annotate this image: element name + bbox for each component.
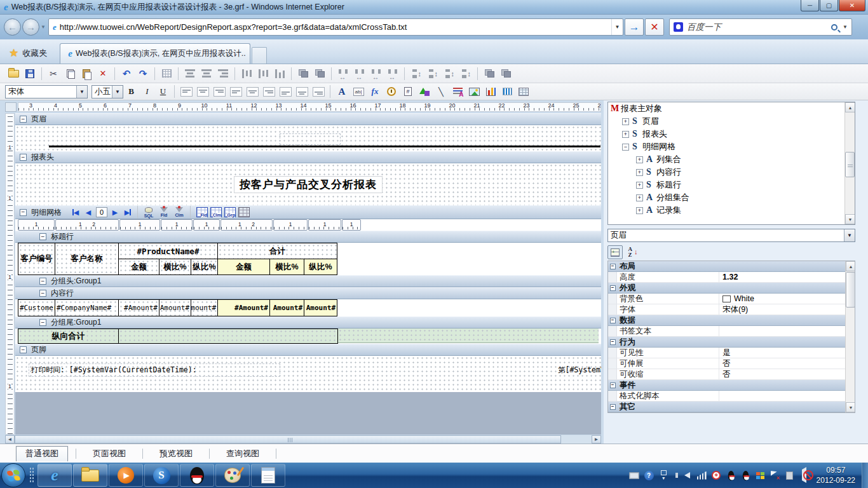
record-index-value[interactable]: 0 xyxy=(96,207,107,217)
scroll-up-arrow[interactable]: ▲ xyxy=(846,261,855,271)
go-button[interactable]: → xyxy=(625,18,644,36)
taskbar-paint-button[interactable] xyxy=(215,464,250,487)
expand-icon[interactable]: + xyxy=(636,156,643,163)
property-category-data[interactable]: − 数据 xyxy=(608,315,855,326)
font-color-button[interactable] xyxy=(334,85,350,98)
property-scrollbar[interactable]: ▲ ▼ xyxy=(845,261,855,412)
taskbar-mediaplayer-button[interactable] xyxy=(109,464,143,487)
property-row-shrink[interactable]: 可收缩 否 xyxy=(608,369,855,380)
tree-scrollbar[interactable]: ▲ ▼ xyxy=(844,102,855,224)
band-page-footer[interactable]: − 页脚 xyxy=(15,344,601,356)
tab-page-view[interactable]: 页面视图 xyxy=(84,446,135,461)
insert-richtext-button[interactable] xyxy=(449,85,466,98)
expand-icon[interactable]: + xyxy=(636,182,643,189)
taskbar-notepad-button[interactable] xyxy=(251,464,285,487)
expand-icon[interactable]: + xyxy=(622,131,629,138)
band-detail-grid[interactable]: − 明细网格 ◀ ◀ 0 ▶ ▶ SQL Fld Clm Fld Clm xyxy=(15,205,601,219)
network-signal-icon[interactable] xyxy=(696,470,707,481)
scrollbar-thumb[interactable] xyxy=(846,272,855,308)
horizontal-scrollbar[interactable]: ◄ ► xyxy=(5,435,601,444)
record-first-button[interactable]: ◀ xyxy=(69,207,82,217)
expand-icon[interactable]: + xyxy=(636,194,643,201)
tree-item-report-header[interactable]: + S 报表头 xyxy=(608,128,855,140)
undo-button[interactable] xyxy=(118,66,135,81)
underline-button[interactable]: U xyxy=(155,85,171,98)
collapse-icon[interactable]: − xyxy=(20,346,27,353)
header-line-element[interactable] xyxy=(49,146,600,147)
align-right-button[interactable] xyxy=(215,66,231,81)
cell-amount[interactable]: 金额 xyxy=(119,259,159,275)
save-button[interactable] xyxy=(22,66,38,81)
taskbar-clock[interactable]: 09:57 2012-09-22 xyxy=(817,465,855,485)
narrator-icon[interactable] xyxy=(682,470,693,481)
property-row-bookmark[interactable]: 书签文本 xyxy=(608,326,855,337)
cell-total[interactable]: 合计 xyxy=(218,243,337,259)
recent-pages-dropdown-icon[interactable]: ▼ xyxy=(41,24,46,30)
tree-item-recordset[interactable]: + A 记录集 xyxy=(608,204,855,217)
taskbar-explorer-button[interactable] xyxy=(73,464,107,487)
property-row-bgcolor[interactable]: 背景色 White xyxy=(608,294,855,304)
stop-button[interactable]: ✕ xyxy=(645,18,664,36)
keyboard-layout-icon[interactable] xyxy=(629,470,640,481)
taskbar-sogou-button[interactable] xyxy=(144,464,179,487)
vspace-increase-button[interactable] xyxy=(424,66,441,81)
record-last-button[interactable]: ▶ xyxy=(121,207,134,217)
property-row-format-script[interactable]: 格式化脚本 xyxy=(608,391,855,402)
start-button[interactable] xyxy=(1,463,25,487)
band-report-header[interactable]: − 报表头 xyxy=(15,151,601,163)
text-align-top-left-button[interactable] xyxy=(178,85,194,98)
cell-row-pct[interactable]: 横比% xyxy=(159,259,191,275)
vspace-equal-button[interactable] xyxy=(408,66,424,81)
tree-item-group-set[interactable]: + A 分组集合 xyxy=(608,191,855,204)
property-category-layout[interactable]: − 布局 xyxy=(608,261,855,272)
collapse-icon[interactable]: − xyxy=(39,233,46,240)
cell-customer-field[interactable]: #Customer: xyxy=(18,300,55,316)
help-icon[interactable]: ? xyxy=(644,470,654,481)
volume-muted-icon[interactable] xyxy=(799,470,810,481)
cell-vertical-total[interactable]: 纵向合计 xyxy=(18,329,119,344)
paste-button[interactable] xyxy=(78,66,95,81)
collapse-icon[interactable]: − xyxy=(39,278,46,285)
show-hidden-icons-button[interactable]: ▼ xyxy=(658,470,669,481)
text-align-top-right-button[interactable] xyxy=(211,85,227,98)
scroll-down-arrow[interactable]: ▼ xyxy=(846,402,855,412)
column-filter-button[interactable]: Clm xyxy=(172,207,187,217)
copy-button[interactable] xyxy=(62,66,78,81)
tab-query-view[interactable]: 查询视图 xyxy=(217,446,268,461)
property-category-event[interactable]: − 事件 xyxy=(608,380,855,391)
cell-amount-field[interactable]: Amount# xyxy=(159,300,191,316)
text-align-middle-center-button[interactable] xyxy=(244,85,261,98)
search-placeholder[interactable]: 百度一下 xyxy=(687,22,831,33)
scroll-right-arrow[interactable]: ► xyxy=(592,435,601,444)
cell-company-field[interactable]: #CompanyName# xyxy=(55,300,119,316)
cell-total-col-pct[interactable]: 纵比% xyxy=(304,259,337,275)
tab-preview-view[interactable]: 预览视图 xyxy=(151,446,201,461)
record-next-button[interactable]: ▶ xyxy=(109,207,121,217)
cell-product-name[interactable]: #ProductName# xyxy=(119,243,218,259)
address-dropdown-icon[interactable]: ▼ xyxy=(611,19,623,35)
cell-customer-id[interactable]: 客户编号 xyxy=(18,243,55,275)
insert-field-grid-button[interactable]: Fld xyxy=(196,207,208,217)
address-input[interactable]: e http://www.tuowei.cn/WebReport/DesignR… xyxy=(48,18,623,36)
grid-snap-button[interactable] xyxy=(158,66,175,81)
tree-item-detail-grid[interactable]: − S 明细网格 xyxy=(608,140,855,153)
insert-textbox-button[interactable]: ab| xyxy=(350,85,367,98)
close-button[interactable]: ✕ xyxy=(839,0,865,11)
property-select-dropdown-icon[interactable]: ▼ xyxy=(844,229,855,241)
cell-amount-field[interactable]: #Amount# xyxy=(119,300,159,316)
address-url[interactable]: http://www.tuowei.cn/WebReport/DesignRep… xyxy=(60,22,611,32)
hspace-decrease-button[interactable] xyxy=(368,66,384,81)
page-footer-content[interactable]: 打印时间: [#SystemVar(CurrentDateTime): 第[#S… xyxy=(15,356,601,392)
same-width-button[interactable] xyxy=(295,66,311,81)
group-footer-extension[interactable] xyxy=(338,329,599,343)
tree-item-title-row[interactable]: + S 标题行 xyxy=(608,179,855,191)
cell-total-amount[interactable]: 金额 xyxy=(218,259,270,275)
collapse-icon[interactable]: − xyxy=(20,116,27,123)
cell-customer-name[interactable]: 客户名称 xyxy=(55,243,119,275)
expand-icon[interactable]: + xyxy=(622,118,629,125)
property-category-other[interactable]: − 其它 xyxy=(608,402,855,412)
property-row-height[interactable]: 高度 1.32 xyxy=(608,272,855,283)
forward-button[interactable]: → xyxy=(22,18,39,36)
cell-vertical-total-values[interactable] xyxy=(119,329,338,344)
expand-icon[interactable]: + xyxy=(636,169,643,176)
